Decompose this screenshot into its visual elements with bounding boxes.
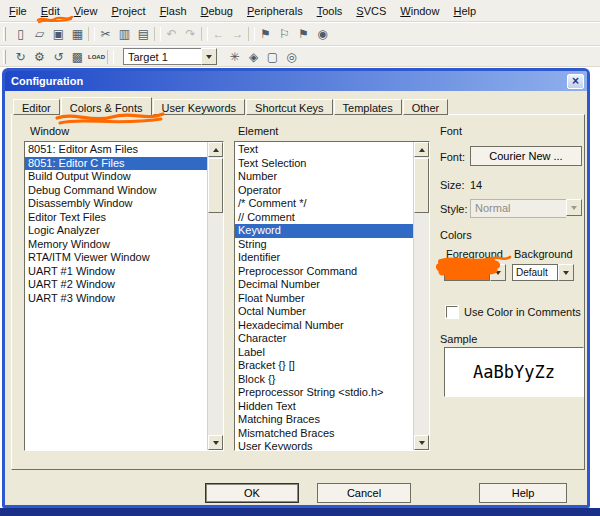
batch-build-icon[interactable]: ▩ — [68, 48, 87, 65]
redo-icon[interactable]: ↷ — [181, 26, 200, 43]
target-options-icon[interactable]: ◈ — [244, 48, 263, 65]
bookmark-next-icon[interactable]: ⚑ — [294, 26, 313, 43]
menu-item[interactable]: View — [67, 2, 105, 20]
element-list-item[interactable]: Preprocessor Command — [235, 265, 413, 279]
navigate-forward-icon[interactable]: → — [228, 26, 247, 43]
element-list-item[interactable]: Float Number — [235, 292, 413, 306]
element-list-item[interactable]: Operator — [235, 184, 413, 198]
window-list-item[interactable]: 8051: Editor Asm Files — [25, 143, 207, 157]
foreground-color-select[interactable] — [444, 264, 506, 281]
ok-button[interactable]: OK — [205, 483, 299, 503]
element-list-item[interactable]: User Keywords — [235, 440, 413, 450]
element-list-item[interactable]: // Comment — [235, 211, 413, 225]
element-list-item[interactable]: Mismatched Braces — [235, 427, 413, 441]
tab-editor[interactable]: Editor — [13, 99, 60, 115]
window-list-item[interactable]: Memory Window — [25, 238, 207, 252]
scroll-down-icon[interactable] — [414, 435, 429, 450]
element-list-item[interactable]: Decimal Number — [235, 278, 413, 292]
element-list-item[interactable]: Number — [235, 170, 413, 184]
toolbar-grip[interactable] — [3, 50, 6, 64]
tab-user-keywords[interactable]: User Keywords — [153, 99, 246, 115]
window-list-item[interactable]: Disassembly Window — [25, 197, 207, 211]
window-list-item[interactable]: 8051: Editor C Files — [25, 157, 207, 171]
element-list-item[interactable]: Matching Braces — [235, 413, 413, 427]
tab-colors-fonts[interactable]: Colors & Fonts — [61, 97, 152, 116]
scrollbar[interactable] — [413, 142, 429, 450]
save-icon[interactable]: ▣ — [49, 26, 68, 43]
element-list-item[interactable]: Bracket {} [] — [235, 359, 413, 373]
menu-item[interactable]: File — [2, 2, 34, 20]
scroll-thumb[interactable] — [414, 158, 429, 213]
menu-item[interactable]: Debug — [194, 2, 240, 20]
menu-item[interactable]: Peripherals — [240, 2, 310, 20]
menu-item[interactable]: Help — [446, 2, 483, 20]
help-button[interactable]: Help — [479, 483, 567, 503]
scrollbar[interactable] — [207, 142, 223, 450]
clear-bookmarks-icon[interactable]: ◉ — [313, 26, 332, 43]
window-list-item[interactable]: UART #3 Window — [25, 292, 207, 306]
element-list-item[interactable]: Identifier — [235, 251, 413, 265]
translate-icon[interactable]: ↻ — [11, 48, 30, 65]
undo-icon[interactable]: ↶ — [162, 26, 181, 43]
dialog-titlebar[interactable]: Configuration × — [5, 71, 587, 91]
bookmark-prev-icon[interactable]: ⚐ — [275, 26, 294, 43]
menu-item[interactable]: Window — [393, 2, 446, 20]
element-list-item[interactable]: Hidden Text — [235, 400, 413, 414]
window-list-item[interactable]: UART #1 Window — [25, 265, 207, 279]
tab-other[interactable]: Other — [403, 99, 449, 115]
background-color-select[interactable]: Default — [512, 264, 574, 281]
chevron-down-icon[interactable] — [558, 264, 574, 281]
element-list-item[interactable]: Preprocessor String <stdio.h> — [235, 386, 413, 400]
rebuild-icon[interactable]: ↺ — [49, 48, 68, 65]
bookmark-icon[interactable]: ⚑ — [256, 26, 275, 43]
element-list-item[interactable]: Hexadecimal Number — [235, 319, 413, 333]
element-list-item[interactable]: Text — [235, 143, 413, 157]
toolbar-grip[interactable] — [3, 27, 6, 41]
element-list-item[interactable]: Octal Number — [235, 305, 413, 319]
scroll-up-icon[interactable] — [208, 142, 223, 157]
scroll-up-icon[interactable] — [414, 142, 429, 157]
tab-shortcut-keys[interactable]: Shortcut Keys — [246, 99, 332, 115]
window-list-item[interactable]: Debug Command Window — [25, 184, 207, 198]
magic-wand-icon[interactable]: ✳ — [225, 48, 244, 65]
tab-templates[interactable]: Templates — [334, 99, 402, 115]
menu-item[interactable]: Project — [104, 2, 152, 20]
close-icon[interactable]: × — [567, 74, 584, 89]
element-list-item[interactable]: Keyword — [235, 224, 413, 238]
use-color-in-comments-checkbox[interactable] — [446, 306, 458, 318]
element-list-item[interactable]: Text Selection — [235, 157, 413, 171]
chevron-down-icon[interactable] — [490, 264, 506, 281]
window-list-item[interactable]: Logic Analyzer — [25, 224, 207, 238]
element-list-item[interactable]: Character — [235, 332, 413, 346]
paste-icon[interactable]: ▤ — [134, 26, 153, 43]
window-list-item[interactable]: Build Output Window — [25, 170, 207, 184]
download-icon[interactable]: LOAD — [87, 48, 106, 65]
open-file-icon[interactable]: ▱ — [30, 26, 49, 43]
window-list-item[interactable]: RTA/ITM Viewer Window — [25, 251, 207, 265]
cut-icon[interactable]: ✂ — [96, 26, 115, 43]
manage-window-icon[interactable]: ▢ — [263, 48, 282, 65]
build-icon[interactable]: ⚙ — [30, 48, 49, 65]
element-list-item[interactable]: Label — [235, 346, 413, 360]
foreground-color-swatch[interactable] — [444, 264, 490, 281]
menu-item[interactable]: Flash — [153, 2, 194, 20]
debug-session-icon[interactable]: ◎ — [282, 48, 301, 65]
element-list-item[interactable]: String — [235, 238, 413, 252]
new-file-icon[interactable]: ▯ — [11, 26, 30, 43]
chevron-down-icon[interactable] — [201, 48, 217, 65]
target-select[interactable]: Target 1 — [123, 48, 217, 65]
font-picker-button[interactable]: Courier New ... — [470, 146, 582, 166]
menu-item[interactable]: Tools — [310, 2, 350, 20]
window-list-item[interactable]: UART #2 Window — [25, 278, 207, 292]
navigate-back-icon[interactable]: ← — [209, 26, 228, 43]
scroll-down-icon[interactable] — [208, 435, 223, 450]
save-all-icon[interactable]: ▦ — [68, 26, 87, 43]
window-list-item[interactable]: Editor Text Files — [25, 211, 207, 225]
element-list-item[interactable]: Block {} — [235, 373, 413, 387]
scroll-thumb[interactable] — [208, 158, 223, 213]
menu-item[interactable]: Edit — [34, 2, 67, 20]
menu-item[interactable]: SVCS — [349, 2, 393, 20]
copy-icon[interactable]: ▥ — [115, 26, 134, 43]
cancel-button[interactable]: Cancel — [317, 483, 411, 503]
element-list-item[interactable]: /* Comment */ — [235, 197, 413, 211]
